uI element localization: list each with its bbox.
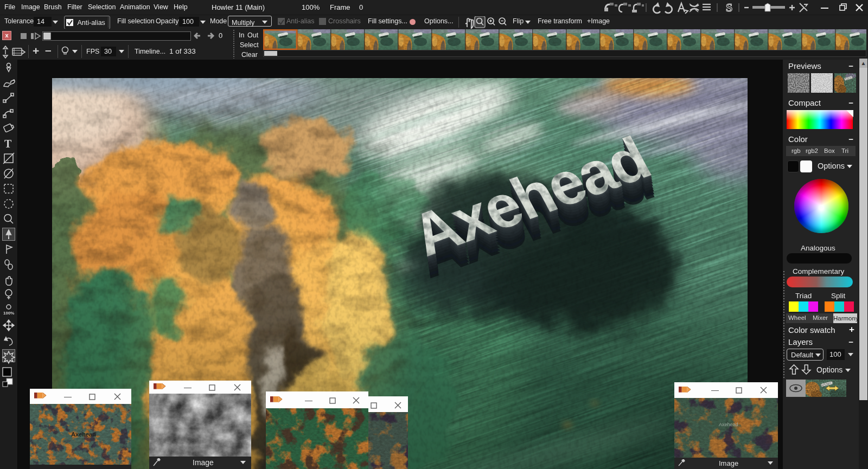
- svg-text:Axehead: Axehead: [71, 431, 96, 438]
- svg-text:Axehead: Axehead: [719, 422, 738, 427]
- svg-text:T: T: [4, 138, 12, 150]
- svg-text:100%: 100%: [3, 311, 14, 316]
- svg-text:S: S: [726, 1, 732, 14]
